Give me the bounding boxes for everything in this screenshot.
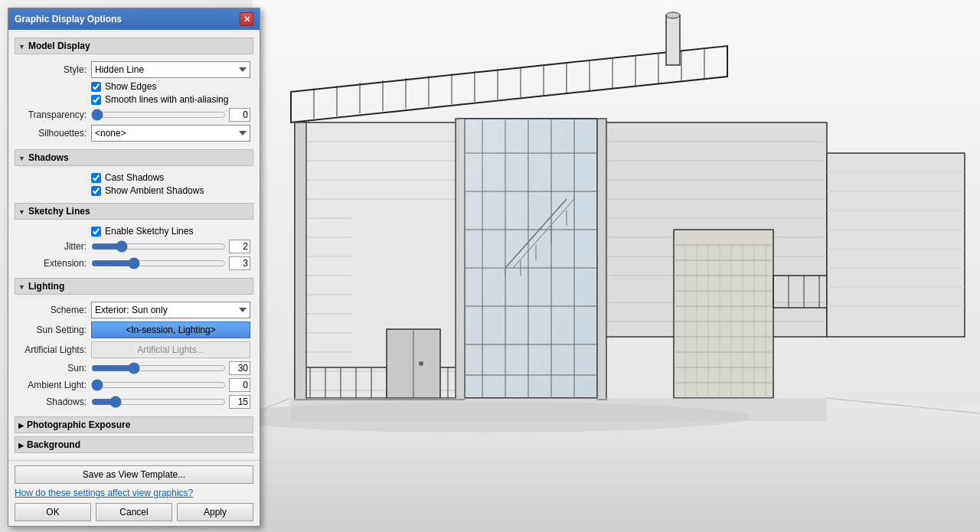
svg-rect-63	[674, 230, 773, 398]
dialog-title: Graphic Display Options	[15, 14, 122, 24]
lighting-section-content: Scheme: Exterior: Sun only Exterior: Sun…	[15, 297, 253, 413]
style-dropdown[interactable]: Hidden Line Wireframe Shaded Shaded with…	[91, 61, 250, 78]
svg-rect-103	[295, 122, 306, 400]
lighting-shadows-label: Shadows:	[18, 397, 87, 407]
lighting-arrow	[18, 282, 25, 291]
extension-row: Extension: 3	[18, 256, 250, 270]
ambient-light-row: Ambient Light: 0	[18, 378, 250, 392]
extension-label: Extension:	[18, 258, 87, 269]
sun-slider[interactable]	[91, 362, 226, 374]
background-label: Background	[27, 439, 80, 450]
sketchy-lines-arrow	[18, 207, 25, 216]
lighting-shadows-slider[interactable]	[91, 396, 226, 408]
sun-value: 30	[229, 361, 250, 375]
lighting-shadows-row: Shadows: 15	[18, 395, 250, 409]
cancel-button[interactable]: Cancel	[96, 503, 172, 521]
model-display-arrow	[18, 42, 25, 51]
transparency-value: 0	[229, 108, 250, 122]
show-edges-row: Show Edges	[91, 81, 250, 92]
cast-shadows-label: Cast Shadows	[105, 172, 164, 183]
cast-shadows-row: Cast Shadows	[91, 172, 250, 183]
shadows-section-header[interactable]: Shadows	[15, 149, 253, 166]
lighting-label: Lighting	[28, 281, 64, 292]
svg-rect-127	[291, 398, 827, 421]
svg-rect-125	[459, 119, 597, 398]
sketchy-lines-label: Sketchy Lines	[28, 206, 90, 217]
smooth-lines-row: Smooth lines with anti-aliasing	[91, 94, 250, 105]
cast-shadows-checkbox[interactable]	[91, 173, 101, 183]
svg-rect-22	[666, 15, 680, 65]
shadows-label: Shadows	[28, 152, 69, 163]
lighting-shadows-slider-container: 15	[91, 395, 250, 409]
extension-slider-container: 3	[91, 256, 250, 270]
artificial-lights-label: Artificial Lights:	[18, 344, 87, 355]
photographic-exposure-arrow	[18, 419, 24, 430]
model-display-section-content: Style: Hidden Line Wireframe Shaded Shad…	[15, 57, 253, 146]
smooth-lines-checkbox[interactable]	[91, 95, 101, 105]
sun-row: Sun: 30	[18, 361, 250, 375]
smooth-lines-label: Smooth lines with anti-aliasing	[105, 94, 228, 105]
sun-setting-button[interactable]: <In-session, Lighting>	[91, 321, 250, 338]
svg-rect-105	[597, 119, 606, 400]
style-label: Style:	[18, 64, 87, 75]
sun-slider-container: 30	[91, 361, 250, 375]
artificial-lights-row: Artificial Lights: Artificial Lights...	[18, 341, 250, 358]
sun-setting-row: Sun Setting: <In-session, Lighting>	[18, 321, 250, 338]
ambient-shadows-checkbox[interactable]	[91, 186, 101, 196]
photographic-exposure-section-header[interactable]: Photographic Exposure	[15, 416, 253, 433]
jitter-slider[interactable]	[91, 240, 226, 253]
save-template-button[interactable]: Save as View Template...	[15, 465, 253, 484]
apply-button[interactable]: Apply	[177, 503, 253, 521]
shadows-section-content: Cast Shadows Show Ambient Shadows	[15, 168, 253, 200]
show-edges-checkbox[interactable]	[91, 82, 101, 92]
shadows-arrow	[18, 154, 25, 162]
model-display-label: Model Display	[28, 41, 90, 51]
dialog-content: Model Display Style: Hidden Line Wirefra…	[8, 30, 260, 460]
sketchy-lines-section-content: Enable Sketchy Lines Jitter: 2 Extension…	[15, 222, 253, 275]
extension-value: 3	[229, 256, 250, 270]
help-link[interactable]: How do these settings affect view graphi…	[15, 488, 253, 498]
transparency-slider-container: 0	[91, 108, 250, 122]
model-display-section-header[interactable]: Model Display	[15, 38, 253, 54]
scheme-label: Scheme:	[18, 305, 87, 315]
silhouettes-label: Silhouettes:	[18, 128, 87, 139]
ok-button[interactable]: OK	[15, 503, 91, 521]
enable-sketchy-label: Enable Sketchy Lines	[105, 226, 193, 237]
artificial-lights-button[interactable]: Artificial Lights...	[91, 341, 250, 358]
ambient-light-value: 0	[229, 378, 250, 392]
enable-sketchy-row: Enable Sketchy Lines	[91, 226, 250, 237]
svg-point-108	[419, 361, 423, 366]
sun-label: Sun:	[18, 363, 87, 374]
ambient-shadows-label: Show Ambient Shadows	[105, 185, 204, 196]
jitter-slider-container: 2	[91, 240, 250, 253]
jitter-row: Jitter: 2	[18, 240, 250, 253]
svg-point-23	[666, 12, 680, 18]
show-edges-label: Show Edges	[105, 81, 156, 92]
background-section-header[interactable]: Background	[15, 436, 253, 453]
style-row: Style: Hidden Line Wireframe Shaded Shad…	[18, 61, 250, 78]
transparency-label: Transparency:	[18, 109, 87, 120]
transparency-slider[interactable]	[91, 109, 226, 121]
dialog-bottom-section: Save as View Template... How do these se…	[8, 460, 260, 526]
dialog-close-button[interactable]: ✕	[240, 12, 253, 26]
dialog-action-buttons: OK Cancel Apply	[15, 503, 253, 521]
jitter-label: Jitter:	[18, 241, 87, 252]
graphic-display-options-dialog: Graphic Display Options ✕ Model Display …	[8, 8, 260, 527]
ambient-light-slider[interactable]	[91, 379, 226, 391]
silhouettes-row: Silhouettes: <none> 1 pixel 2 pixels 3 p…	[18, 125, 250, 142]
sun-setting-label: Sun Setting:	[18, 325, 87, 335]
dialog-titlebar: Graphic Display Options ✕	[8, 8, 260, 30]
lighting-shadows-value: 15	[229, 395, 250, 409]
sketchy-lines-section-header[interactable]: Sketchy Lines	[15, 203, 253, 220]
svg-rect-116	[827, 153, 965, 337]
extension-slider[interactable]	[91, 257, 226, 269]
ambient-light-label: Ambient Light:	[18, 380, 87, 390]
lighting-section-header[interactable]: Lighting	[15, 278, 253, 295]
silhouettes-dropdown[interactable]: <none> 1 pixel 2 pixels 3 pixels	[91, 125, 250, 142]
enable-sketchy-checkbox[interactable]	[91, 227, 101, 237]
building-sketch	[253, 0, 980, 532]
scheme-dropdown[interactable]: Exterior: Sun only Exterior: Sun and Sky…	[91, 302, 250, 318]
jitter-value: 2	[229, 240, 250, 253]
background-arrow	[18, 439, 24, 450]
ambient-light-slider-container: 0	[91, 378, 250, 392]
